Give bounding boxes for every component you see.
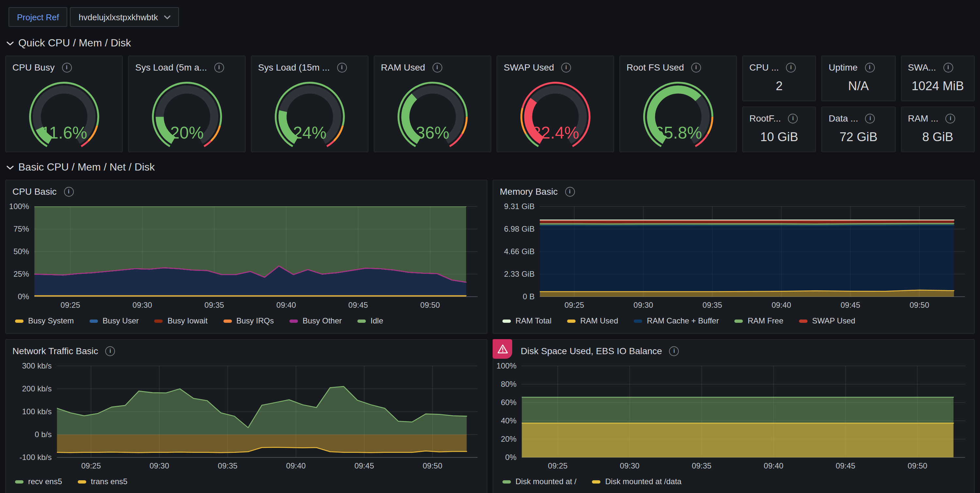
info-icon[interactable]: i: [786, 62, 796, 72]
info-icon[interactable]: i: [561, 62, 571, 72]
info-icon[interactable]: i: [565, 186, 574, 196]
chart-series-group: [57, 386, 466, 453]
panel-title[interactable]: SWA...: [908, 62, 936, 73]
panel-title[interactable]: CPU Busy: [13, 62, 54, 73]
info-icon[interactable]: i: [946, 113, 956, 123]
gauge: 36%: [386, 77, 479, 150]
info-icon[interactable]: i: [337, 62, 347, 72]
alert-icon[interactable]: [493, 339, 512, 359]
legend-item[interactable]: Busy Other: [290, 316, 342, 325]
legend-item[interactable]: RAM Cache + Buffer: [634, 316, 719, 325]
axis-tick-label: 09:35: [692, 461, 711, 470]
panel-title[interactable]: RAM Used: [381, 62, 425, 73]
gauge-body: 20%: [129, 77, 245, 152]
panel-title[interactable]: Sys Load (15m ...: [258, 62, 329, 73]
panel-title[interactable]: SWAP Used: [504, 62, 554, 73]
legend-label: Busy System: [28, 316, 74, 325]
chart-network-traffic-basic[interactable]: -100 kb/s0 b/s100 kb/s200 kb/s300 kb/s09…: [8, 362, 483, 473]
stat-value: 10 GiB: [743, 128, 816, 152]
legend-item[interactable]: Disk mounted at /data: [592, 477, 681, 486]
legend-item[interactable]: recv ens5: [15, 477, 62, 486]
stat-value: 72 GiB: [822, 128, 895, 152]
legend-item[interactable]: SWAP Used: [799, 316, 855, 325]
legend-swatch: [735, 319, 743, 323]
legend-item[interactable]: Busy IRQs: [223, 316, 274, 325]
panel-title[interactable]: Uptime: [829, 62, 858, 73]
info-icon[interactable]: i: [669, 346, 679, 356]
axis-tick-label: 300 kb/s: [22, 362, 52, 370]
gauge-value: 11.6%: [41, 124, 87, 142]
panel-header: SWA...i: [901, 56, 974, 77]
chart-plot-area[interactable]: -100 kb/s0 b/s100 kb/s200 kb/s300 kb/s09…: [8, 362, 483, 473]
panel-stat-rootf: RootF...i10 GiB: [742, 107, 816, 152]
panel-stat-swa: SWA...i1024 MiB: [900, 56, 975, 101]
info-icon[interactable]: i: [432, 62, 442, 72]
info-icon[interactable]: i: [105, 346, 115, 356]
chart-disk-space[interactable]: 0%20%40%60%80%100%09:2509:3009:3509:4009…: [496, 362, 970, 473]
axis-tick-label: 09:30: [133, 301, 152, 309]
panel-title[interactable]: Disk Space Used, EBS IO Balance: [521, 346, 662, 356]
legend-item[interactable]: Idle: [357, 316, 383, 325]
info-icon[interactable]: i: [214, 62, 224, 72]
legend-item[interactable]: RAM Used: [567, 316, 618, 325]
axis-tick-label: 09:50: [908, 461, 928, 470]
section-header-quick[interactable]: Quick CPU / Mem / Disk: [6, 36, 975, 50]
axis-tick-label: 100%: [496, 362, 517, 370]
panel-header: Memory Basici: [493, 180, 974, 201]
legend-label: Busy Iowait: [167, 316, 208, 325]
gauge: 11.6%: [18, 77, 111, 150]
chart-memory-basic[interactable]: 0 B2.33 GiB4.66 GiB6.98 GiB9.31 GiB09:25…: [496, 202, 970, 312]
info-icon[interactable]: i: [691, 62, 701, 72]
chevron-down-icon: [6, 165, 14, 170]
legend-item[interactable]: RAM Free: [735, 316, 783, 325]
axis-tick-label: 80%: [501, 380, 517, 388]
panel-title[interactable]: Network Traffic Basic: [13, 346, 98, 356]
panel-title[interactable]: RAM ...: [908, 113, 938, 124]
panel-title[interactable]: CPU Basic: [13, 186, 57, 197]
section-header-basic[interactable]: Basic CPU / Mem / Net / Disk: [6, 160, 975, 175]
legend-label: RAM Free: [748, 316, 783, 325]
panel-title[interactable]: Root FS Used: [627, 62, 684, 73]
panel-stat-ram: RAM ...i8 GiB: [900, 107, 975, 152]
legend-item[interactable]: Disk mounted at /: [503, 477, 577, 486]
panel-title[interactable]: Sys Load (5m a...: [135, 62, 207, 73]
chart-cpu-basic[interactable]: 0%25%50%75%100%09:2509:3009:3509:4009:45…: [8, 202, 483, 312]
info-icon[interactable]: i: [865, 62, 875, 72]
panel-stat-uptime: UptimeiN/A: [822, 56, 896, 101]
axis-tick-label: 09:50: [423, 461, 442, 470]
info-icon[interactable]: i: [64, 186, 73, 196]
info-icon[interactable]: i: [943, 62, 953, 72]
panel-cpu-basic: CPU Basici0%25%50%75%100%09:2509:3009:35…: [5, 180, 487, 334]
legend-label: SWAP Used: [812, 316, 855, 325]
legend-item[interactable]: Busy System: [15, 316, 74, 325]
axis-tick-label: 50%: [13, 247, 29, 256]
stat-value: 8 GiB: [901, 128, 974, 152]
chart-plot-area[interactable]: 0%20%40%60%80%100%09:2509:3009:3509:4009…: [496, 362, 970, 473]
charts-row-1: CPU Basici0%25%50%75%100%09:2509:3009:35…: [5, 180, 975, 334]
variable-dropdown[interactable]: hvdelujxlxstpxkhwbtk: [70, 7, 179, 27]
legend-item[interactable]: Busy User: [89, 316, 139, 325]
panel-title[interactable]: CPU ...: [749, 62, 779, 73]
info-icon[interactable]: i: [62, 62, 72, 72]
gauge-body: 32.4%: [497, 77, 614, 152]
legend-item[interactable]: RAM Total: [503, 316, 551, 325]
info-icon[interactable]: i: [865, 113, 875, 123]
panel-header: RAM ...i: [901, 107, 974, 128]
legend-item[interactable]: trans ens5: [78, 477, 127, 486]
info-icon[interactable]: i: [788, 113, 798, 123]
legend-item[interactable]: Busy Iowait: [154, 316, 208, 325]
panel-title[interactable]: RootF...: [749, 113, 781, 124]
chart-plot-area[interactable]: 0 B2.33 GiB4.66 GiB6.98 GiB9.31 GiB09:25…: [496, 202, 970, 312]
axis-tick-label: 6.98 GiB: [504, 224, 535, 233]
panel-title[interactable]: Data ...: [829, 113, 858, 124]
axis-tick-label: 09:35: [703, 301, 722, 309]
axis-tick-label: 09:45: [835, 461, 855, 470]
panel-header: CPU Basici: [6, 180, 487, 201]
stat-value: N/A: [822, 77, 895, 101]
panel-swap-used: SWAP Usedi32.4%: [496, 56, 614, 152]
axis-tick-label: 0%: [18, 292, 29, 301]
chart-plot-area[interactable]: 0%25%50%75%100%09:2509:3009:3509:4009:45…: [8, 202, 483, 312]
axis-tick-label: 09:30: [633, 301, 653, 309]
panel-title[interactable]: Memory Basic: [500, 186, 558, 197]
axis-tick-label: 200 kb/s: [22, 384, 52, 393]
